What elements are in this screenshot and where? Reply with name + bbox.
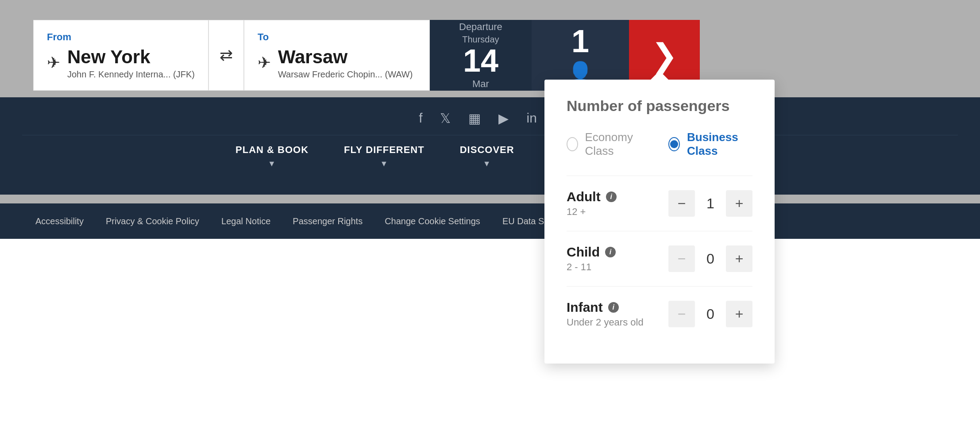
passengers-count: 1 <box>571 25 589 57</box>
plan-book-label: PLAN & BOOK <box>235 144 309 156</box>
child-increment-button[interactable]: + <box>726 245 752 272</box>
adult-type: Adult i <box>567 189 617 204</box>
instagram-icon[interactable]: ▦ <box>468 111 481 126</box>
child-info-icon[interactable]: i <box>605 247 616 257</box>
swap-button[interactable]: ⇄ <box>208 20 244 91</box>
child-type: Child i <box>567 245 616 260</box>
arrival-plane-icon: ✈ <box>258 54 271 72</box>
adult-count: 1 <box>704 195 717 212</box>
footer-cookie-settings[interactable]: Change Cookie Settings <box>385 216 480 226</box>
departure-date: 14 <box>463 45 498 77</box>
economy-class-label: Economy Class <box>585 130 647 158</box>
adult-row: Adult i 12 + − 1 + <box>567 176 752 231</box>
infant-info-icon[interactable]: i <box>608 302 619 313</box>
nav-discover[interactable]: DISCOVER ▼ <box>460 144 514 169</box>
infant-decrement-button[interactable]: − <box>668 301 695 327</box>
discover-label: DISCOVER <box>460 144 514 156</box>
child-age-range: 2 - 11 <box>567 261 616 273</box>
infant-count: 0 <box>704 306 717 322</box>
footer-accessibility[interactable]: Accessibility <box>35 216 84 226</box>
child-decrement-button[interactable]: − <box>668 245 695 272</box>
body-area <box>0 239 980 429</box>
adult-info-icon[interactable]: i <box>606 192 617 202</box>
to-field[interactable]: To ✈ Warsaw Warsaw Frederic Chopin... (W… <box>244 20 430 91</box>
go-arrow-icon: ❯ <box>651 37 678 74</box>
departure-field[interactable]: Departure Thursday 14 Mar <box>430 20 532 91</box>
linkedin-icon[interactable]: in <box>526 111 536 126</box>
adult-label: Adult <box>567 189 601 204</box>
nav-fly-different[interactable]: FLY DIFFERENT ▼ <box>344 144 424 169</box>
footer-passenger-rights[interactable]: Passenger Rights <box>293 216 363 226</box>
twitter-icon[interactable]: 𝕏 <box>440 111 451 126</box>
infant-row: Infant i Under 2 years old − 0 + <box>567 286 752 341</box>
infant-increment-button[interactable]: + <box>726 301 752 327</box>
nav-plan-book[interactable]: PLAN & BOOK ▼ <box>235 144 309 169</box>
economy-class-option[interactable]: Economy Class <box>567 130 646 158</box>
passengers-dropdown: Number of passengers Economy Class Busin… <box>544 80 775 364</box>
from-airport: John F. Kennedy Interna... (JFK) <box>67 69 195 80</box>
infant-label: Infant <box>567 300 603 315</box>
economy-radio[interactable] <box>567 137 578 151</box>
infant-type: Infant i <box>567 300 644 315</box>
departure-plane-icon: ✈ <box>47 54 60 72</box>
nav-links: PLAN & BOOK ▼ FLY DIFFERENT ▼ DISCOVER ▼… <box>0 135 980 177</box>
adult-increment-button[interactable]: + <box>726 190 752 217</box>
child-label: Child <box>567 245 600 260</box>
business-class-option[interactable]: Business Class <box>668 130 752 158</box>
dropdown-arrow <box>651 71 668 80</box>
adult-decrement-button[interactable]: − <box>668 190 695 217</box>
to-airport: Warsaw Frederic Chopin... (WAW) <box>278 69 413 80</box>
infant-counter: − 0 + <box>668 301 752 327</box>
to-label: To <box>258 31 416 43</box>
nav-bar: f 𝕏 ▦ ▶ in ♪ PLAN & BOOK ▼ FLY DIFFERENT… <box>0 97 980 195</box>
child-count: 0 <box>704 251 717 267</box>
plan-book-arrow-icon: ▼ <box>268 159 276 169</box>
footer-privacy[interactable]: Privacy & Cookie Policy <box>106 216 199 226</box>
to-city: Warsaw <box>278 46 413 68</box>
popup-title: Number of passengers <box>567 97 752 115</box>
from-city: New York <box>67 46 195 68</box>
facebook-icon[interactable]: f <box>419 111 422 126</box>
adult-age-range: 12 + <box>567 206 617 218</box>
from-field[interactable]: From ✈ New York John F. Kennedy Interna.… <box>33 20 208 91</box>
footer-legal[interactable]: Legal Notice <box>221 216 270 226</box>
departure-label: Departure <box>459 21 502 33</box>
child-counter: − 0 + <box>668 245 752 272</box>
fly-different-label: FLY DIFFERENT <box>344 144 424 156</box>
departure-month: Mar <box>472 78 489 90</box>
class-selector: Economy Class Business Class <box>567 130 752 158</box>
from-label: From <box>47 31 195 43</box>
business-radio-inner <box>670 140 678 148</box>
business-radio[interactable] <box>668 137 680 151</box>
infant-age-range: Under 2 years old <box>567 317 644 328</box>
discover-arrow-icon: ▼ <box>483 159 491 169</box>
footer-links: Accessibility Privacy & Cookie Policy Le… <box>0 203 980 239</box>
youtube-icon[interactable]: ▶ <box>498 111 509 126</box>
business-class-label: Business Class <box>687 130 752 158</box>
social-icons: f 𝕏 ▦ ▶ in ♪ <box>0 97 980 135</box>
child-row: Child i 2 - 11 − 0 + <box>567 231 752 286</box>
adult-counter: − 1 + <box>668 190 752 217</box>
fly-different-arrow-icon: ▼ <box>380 159 388 169</box>
